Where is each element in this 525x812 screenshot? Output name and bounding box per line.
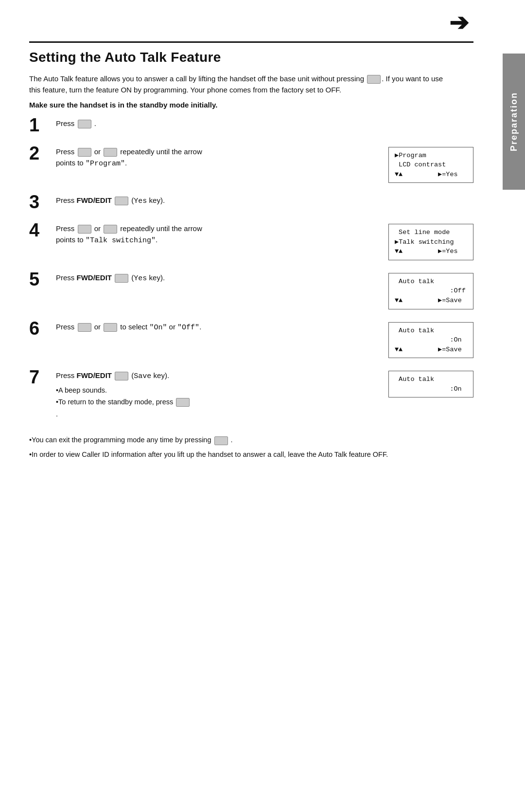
step-5-number: 5 <box>29 270 56 289</box>
step-6-body: Press or to select "On" or "Off". <box>56 321 370 333</box>
step-4-lcd: Set line mode ▶Talk switching ▼▲ ▶=Yes <box>379 223 473 260</box>
step-2-text: Press or repeatedly until the arrow poin… <box>56 147 202 167</box>
step-4-number: 4 <box>29 221 56 239</box>
step-3-body: Press FWD/EDIT (Yes key). <box>56 195 473 207</box>
page-title: Setting the Auto Talk Feature <box>29 50 473 65</box>
top-rule <box>29 41 473 43</box>
step-4-text: Press or repeatedly until the arrow poin… <box>56 224 202 244</box>
step6-btn1 <box>78 323 91 332</box>
step-1-body: Press . <box>56 118 473 129</box>
bottom-notes: •You can exit the programming mode any t… <box>29 434 473 460</box>
exit-button <box>214 436 228 445</box>
step-7-sub1: •A beep sounds. <box>56 384 370 397</box>
intro-text: The Auto Talk feature allows you to answ… <box>29 73 452 96</box>
step4-btn2 <box>104 225 117 234</box>
step-2-lcd-box: ▶Program LCD contrast ▼▲ ▶=Yes <box>388 147 473 183</box>
step2-btn1 <box>78 148 91 157</box>
step-6-number: 6 <box>29 319 56 338</box>
step7-button <box>115 372 128 380</box>
top-arrow-icon: ➔ <box>449 9 469 36</box>
step-6-text: Press or to select "On" or "Off". <box>56 323 201 331</box>
step-7-sub3: . <box>56 408 370 420</box>
step-2-row: 2 Press or repeatedly until the arrow po… <box>29 146 473 183</box>
step-5-row: 5 Press FWD/EDIT (Yes key). Auto talk :O… <box>29 272 473 309</box>
main-content: ➔ Setting the Auto Talk Feature The Auto… <box>0 0 503 812</box>
bottom-note-2-text: •In order to view Caller ID information … <box>29 449 388 460</box>
step-1-row: 1 Press . <box>29 118 473 134</box>
step-7-number: 7 <box>29 368 56 386</box>
step-7-body: Press FWD/EDIT (Save key). •A beep sound… <box>56 370 370 420</box>
step-5-lcd: Auto talk :Off ▼▲ ▶=Save <box>379 272 473 309</box>
step-3-row: 3 Press FWD/EDIT (Yes key). <box>29 195 473 211</box>
step-1-number: 1 <box>29 116 56 134</box>
step-6-row: 6 Press or to select "On" or "Off". Auto… <box>29 321 473 359</box>
step-5-lcd-box: Auto talk :Off ▼▲ ▶=Save <box>388 273 473 309</box>
step-2-number: 2 <box>29 144 56 162</box>
talk-button-placeholder <box>367 75 381 84</box>
step2-btn2 <box>104 148 117 157</box>
step-3-number: 3 <box>29 193 56 211</box>
step-7-text: Press FWD/EDIT (Save key). <box>56 371 169 379</box>
bottom-note-1-text: •You can exit the programming mode any t… <box>29 434 233 446</box>
bottom-note-2: •In order to view Caller ID information … <box>29 449 473 460</box>
bottom-note-1: •You can exit the programming mode any t… <box>29 434 473 446</box>
step-3-text: Press FWD/EDIT (Yes key). <box>56 196 165 204</box>
step-5-body: Press FWD/EDIT (Yes key). <box>56 272 370 284</box>
steps-area: 1 Press . 2 Press or repeatedly until th… <box>29 118 473 420</box>
step-5-text: Press FWD/EDIT (Yes key). <box>56 273 165 282</box>
step5-button <box>115 274 128 283</box>
step-1-text: Press . <box>56 119 96 127</box>
step4-btn1 <box>78 225 91 234</box>
step-7-row: 7 Press FWD/EDIT (Save key). •A beep sou… <box>29 370 473 420</box>
side-tab: Preparation <box>503 54 525 190</box>
side-tab-label: Preparation <box>509 92 519 151</box>
step-7-sub2: •To return to the standby mode, press <box>56 396 370 408</box>
step-4-body: Press or repeatedly until the arrow poin… <box>56 223 370 247</box>
step7-standby-btn <box>176 398 190 407</box>
step1-button <box>78 120 91 128</box>
step-6-lcd: Auto talk :On ▼▲ ▶=Save <box>379 321 473 359</box>
bold-note: Make sure the handset is in the standby … <box>29 101 473 109</box>
step-6-lcd-box: Auto talk :On ▼▲ ▶=Save <box>388 322 473 359</box>
step6-btn2 <box>104 323 117 332</box>
step-4-lcd-box: Set line mode ▶Talk switching ▼▲ ▶=Yes <box>388 224 473 260</box>
step-2-body: Press or repeatedly until the arrow poin… <box>56 146 370 170</box>
step-4-row: 4 Press or repeatedly until the arrow po… <box>29 223 473 260</box>
step-7-lcd: Auto talk :On <box>379 370 473 397</box>
step-2-lcd: ▶Program LCD contrast ▼▲ ▶=Yes <box>379 146 473 183</box>
step-7-lcd-box: Auto talk :On <box>388 371 473 397</box>
step-7-sub-bullets: •A beep sounds. •To return to the standb… <box>56 384 370 420</box>
step3-button <box>115 197 128 205</box>
